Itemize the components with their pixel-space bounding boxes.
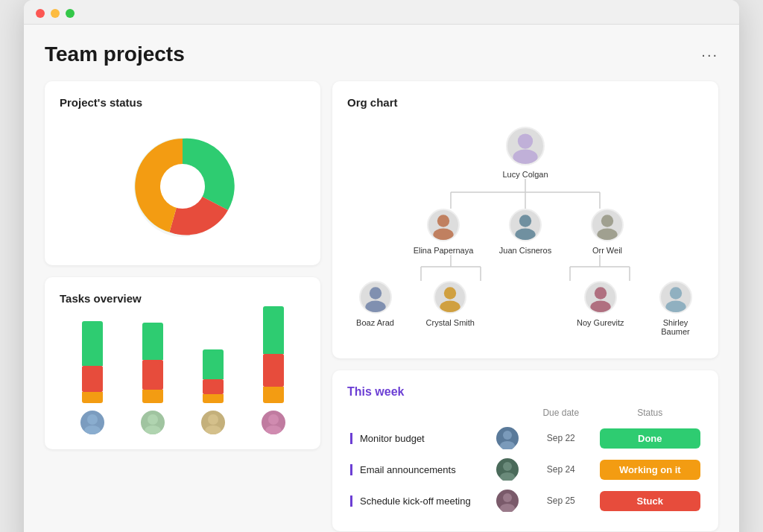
org-avatar-noy (584, 281, 617, 314)
more-options-button[interactable]: ··· (701, 46, 718, 63)
bar-stack-3 (202, 306, 224, 403)
org-avatar-elina (427, 209, 460, 241)
svg-point-22 (597, 229, 617, 241)
bar-avatar-3 (201, 411, 225, 434)
svg-point-34 (440, 301, 460, 313)
task-name-1: Monitor budget (350, 433, 425, 444)
status-badge-2: Working on it (600, 460, 700, 480)
close-button[interactable] (36, 9, 45, 18)
task-due-3: Sep 25 (525, 485, 597, 516)
bar-green-1 (82, 321, 103, 366)
svg-point-8 (268, 414, 279, 425)
bar-group-1 (67, 306, 117, 434)
svg-point-43 (503, 493, 512, 502)
org-name-crystal: Crystal Smith (426, 318, 475, 327)
app-window: Team projects ··· Project's status (24, 0, 739, 532)
this-week-card: This week Due date Status (332, 370, 718, 531)
task-avatar-3 (496, 490, 519, 512)
bar-group-3 (188, 306, 238, 434)
task-name-3: Schedule kick-off meeting (350, 495, 471, 507)
svg-point-4 (148, 414, 158, 425)
svg-point-31 (369, 287, 381, 299)
table-row: Schedule kick-off meeting Sep 25 Stuck (347, 485, 703, 516)
svg-point-2 (87, 414, 98, 425)
week-table-header: Due date Status (347, 408, 703, 422)
svg-point-33 (444, 287, 456, 299)
org-avatar-root (506, 127, 545, 165)
svg-point-38 (665, 301, 686, 313)
week-table: Due date Status Monitor budget (347, 408, 703, 516)
bar-avatar-4 (262, 411, 285, 434)
task-avatar-1 (496, 427, 519, 449)
bar-group-4 (248, 306, 298, 434)
main-grid: Project's status (45, 81, 718, 531)
svg-point-44 (500, 504, 515, 512)
pie-chart (123, 127, 242, 246)
tasks-overview-title: Tasks overview (60, 292, 305, 305)
bar-green-4 (263, 306, 284, 354)
minimize-button[interactable] (51, 9, 60, 18)
svg-point-39 (503, 431, 512, 440)
maximize-button[interactable] (66, 9, 75, 18)
svg-point-17 (437, 215, 449, 227)
org-lines-2 (414, 255, 637, 281)
svg-point-7 (205, 425, 221, 434)
org-name-noy: Noy Gurevitz (577, 318, 624, 327)
svg-point-32 (365, 301, 385, 313)
svg-point-20 (515, 229, 535, 241)
org-node-shirley: Shirley Baumer (648, 281, 703, 336)
page-title: Team projects (45, 42, 185, 66)
project-status-title: Project's status (60, 96, 305, 109)
org-name-shirley: Shirley Baumer (648, 318, 703, 336)
tasks-overview-card: Tasks overview (45, 277, 320, 449)
svg-point-42 (500, 472, 515, 481)
org-avatar-orr (591, 209, 624, 241)
org-name-juan: Juan Cisneros (499, 246, 551, 255)
bar-red-2 (142, 360, 163, 390)
project-status-card: Project's status (45, 81, 320, 265)
bar-red-1 (82, 366, 103, 392)
titlebar (24, 0, 739, 25)
org-chart-title: Org chart (347, 96, 703, 109)
table-row: Monitor budget Sep 22 Done (347, 422, 703, 454)
org-level-2: Elina Papernaya Juan Cisneros (410, 209, 641, 255)
org-name-orr: Orr Weil (592, 246, 622, 255)
svg-point-11 (513, 150, 537, 165)
bar-red-3 (203, 379, 224, 394)
org-node-crystal: Crystal Smith (422, 281, 478, 327)
this-week-title: This week (347, 385, 703, 399)
org-name-root: Lucy Colgan (502, 170, 548, 179)
org-node-juan: Juan Cisneros (492, 209, 559, 255)
org-node-boaz: Boaz Arad (347, 281, 403, 327)
org-root: Lucy Colgan (414, 127, 637, 209)
bar-orange-2 (142, 390, 163, 403)
org-node-elina: Elina Papernaya (410, 209, 477, 255)
svg-point-40 (500, 441, 515, 449)
svg-point-41 (503, 462, 512, 471)
org-name-elina: Elina Papernaya (414, 246, 474, 255)
svg-point-36 (590, 301, 610, 313)
task-due-2: Sep 24 (525, 454, 597, 485)
col-status-header: Status (597, 408, 703, 422)
svg-point-35 (595, 287, 607, 299)
org-avatar-juan (509, 209, 542, 241)
bar-stack-2 (142, 306, 164, 403)
bar-orange-3 (203, 394, 224, 403)
status-badge-3: Stuck (600, 491, 700, 511)
svg-point-5 (145, 425, 161, 434)
bar-green-3 (203, 349, 224, 379)
bar-avatar-1 (80, 411, 104, 434)
bar-stack-1 (81, 306, 104, 403)
svg-point-10 (518, 133, 533, 148)
org-chart: Lucy Colgan (347, 119, 703, 343)
task-due-1: Sep 22 (525, 422, 597, 454)
status-badge-1: Done (600, 428, 700, 449)
col-due-header: Due date (525, 408, 597, 422)
svg-point-9 (265, 425, 282, 434)
org-avatar-boaz (359, 281, 392, 314)
svg-point-21 (601, 215, 613, 227)
svg-point-3 (84, 425, 101, 434)
svg-point-37 (669, 287, 681, 299)
right-column: Org chart Lucy Colgan (332, 81, 718, 531)
bar-orange-1 (82, 392, 103, 403)
